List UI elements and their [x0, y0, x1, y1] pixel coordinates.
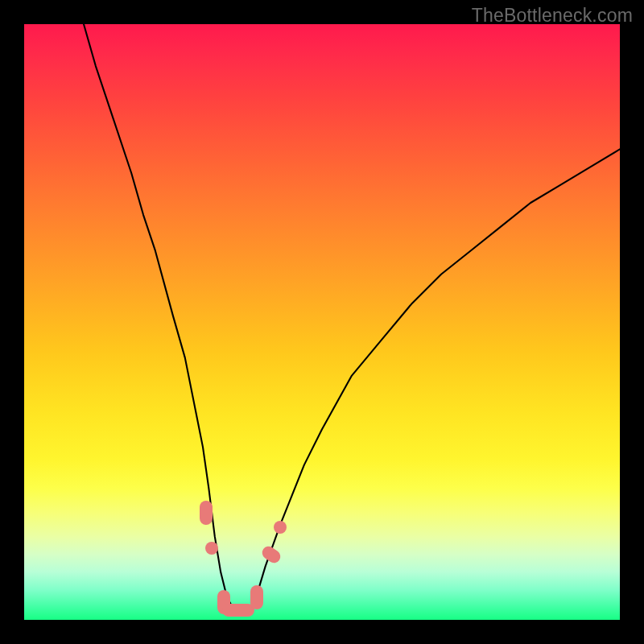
- marker-point-b: [205, 542, 218, 555]
- watermark-text: TheBottleneck.com: [472, 5, 633, 27]
- marker-point-a: [200, 501, 213, 525]
- chart-frame: TheBottleneck.com: [0, 0, 644, 644]
- plot-area: [24, 24, 620, 620]
- marker-point-e: [250, 585, 263, 609]
- marker-point-d: [222, 604, 254, 617]
- bottleneck-curve: [24, 24, 620, 620]
- marker-point-g: [274, 521, 287, 534]
